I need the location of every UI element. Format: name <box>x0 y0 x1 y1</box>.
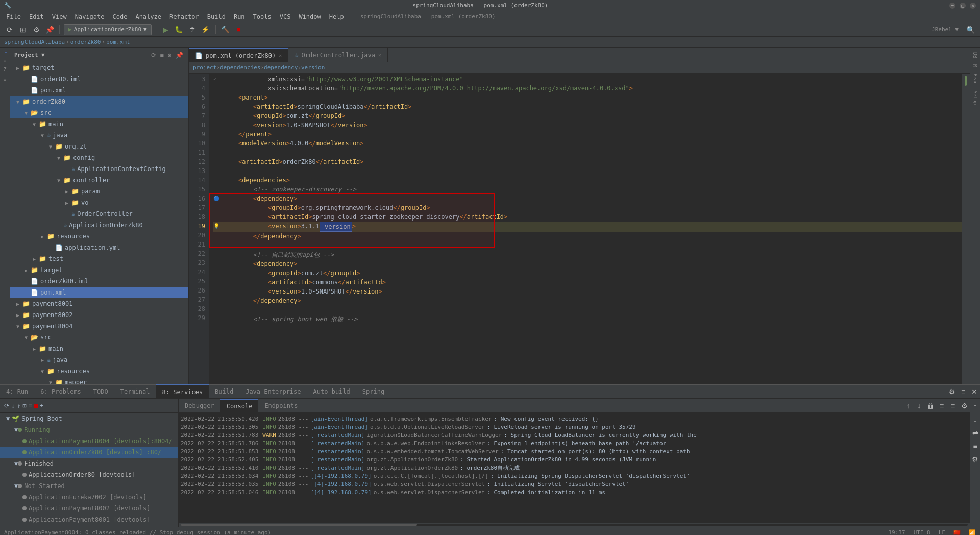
bottom-tab-build[interactable]: Build <box>209 384 239 399</box>
console-down-btn[interactable]: ↓ <box>914 400 925 411</box>
tab-ordercontroller[interactable]: ☕ OrderController.java ✕ <box>288 48 388 62</box>
console-tab-console[interactable]: Console <box>220 399 259 413</box>
structure-button[interactable]: ⊞ <box>17 24 29 35</box>
tree-item-config[interactable]: ▼ 📁 config <box>10 152 188 163</box>
tab-close-button[interactable]: ✕ <box>279 53 282 58</box>
menu-build[interactable]: Build <box>203 12 230 21</box>
console-tab-debugger[interactable]: Debugger <box>179 399 220 413</box>
sidebar-settings-icon[interactable]: ⚙ <box>167 51 173 60</box>
sidebar-sync-icon[interactable]: ⟳ <box>150 51 157 60</box>
tree-item-payment8004-src[interactable]: ▼ 📂 src <box>10 332 188 343</box>
console-action-wrap[interactable]: ⇌ <box>970 427 981 439</box>
menu-refactor[interactable]: Refactor <box>165 12 203 21</box>
tree-item-pomxml1[interactable]: 📄 pom.xml <box>10 85 188 96</box>
tree-item-vo[interactable]: ▶ 📁 vo <box>10 197 188 208</box>
bottom-options-button[interactable]: ≡ <box>958 386 969 397</box>
service-item-orderzk80[interactable]: ApplicationOrderZk80 [devtools] :80/ <box>0 447 178 458</box>
tree-item-main[interactable]: ▼ 📁 main <box>10 118 188 130</box>
bottom-tab-terminal[interactable]: Terminal <box>114 384 156 399</box>
services-add-icon[interactable]: + <box>40 402 43 409</box>
services-group-icon[interactable]: ⊞ <box>22 402 26 409</box>
console-action-filter[interactable]: ≡ <box>970 441 981 452</box>
bottom-tab-spring[interactable]: Spring <box>356 384 390 399</box>
tree-item-src[interactable]: ▼ 📂 src <box>10 107 188 118</box>
menu-tools[interactable]: Tools <box>249 12 276 21</box>
bean-validation-icon[interactable]: Bean <box>972 71 979 87</box>
console-up-btn[interactable]: ↑ <box>902 400 914 411</box>
maven-icon[interactable]: M <box>971 62 979 69</box>
console-settings-btn[interactable]: ⚙ <box>959 400 970 411</box>
service-group-notstarted[interactable]: ▼ Not Started <box>0 480 178 492</box>
menu-view[interactable]: View <box>48 12 71 21</box>
bottom-close-button[interactable]: ✕ <box>969 386 980 397</box>
project-icon[interactable]: P <box>2 50 8 53</box>
tree-item-param[interactable]: ▶ 📁 param <box>10 186 188 197</box>
zookeeper-icon[interactable]: Z <box>3 67 6 72</box>
service-item-payment8002[interactable]: ApplicationPayment8002 [devtools] <box>0 503 178 514</box>
maximize-button[interactable]: □ <box>960 3 966 9</box>
database-icon[interactable]: DB <box>971 50 979 60</box>
tree-item-payment8001[interactable]: ▶ 📁 payment8001 <box>10 298 188 309</box>
tree-item-target1[interactable]: ▶ 📁 target <box>10 62 188 74</box>
console-tab-endpoints[interactable]: Endpoints <box>258 399 304 413</box>
tree-item-ordercontroller[interactable]: ☕ OrderController <box>10 208 188 220</box>
build-button[interactable]: 🔨 <box>220 24 231 35</box>
tree-item-pomxml-active[interactable]: 📄 pom.xml <box>10 287 188 298</box>
services-stop-icon[interactable]: ■ <box>34 402 38 409</box>
sidebar-pin-icon[interactable]: 📌 <box>175 51 184 60</box>
bookmark-icon[interactable]: ☆ <box>3 57 6 63</box>
coverage-button[interactable]: ☂ <box>187 24 198 35</box>
tree-item-order80iml[interactable]: 📄 order80.iml <box>10 74 188 85</box>
tree-item-apporderzk80[interactable]: ☕ ApplicationOrderZk80 <box>10 220 188 231</box>
tree-item-test[interactable]: ▶ 📁 test <box>10 253 188 264</box>
menu-analyze[interactable]: Analyze <box>131 12 165 21</box>
console-output[interactable]: 2022-02-22 21:58:50.420 INFO 26108 --- [… <box>179 413 970 523</box>
favorites-icon[interactable]: ★ <box>3 77 6 82</box>
service-group-springboot[interactable]: ▼ 🌱 Spring Boot <box>0 413 178 424</box>
service-item-eureka7002[interactable]: ApplicationEureka7002 [devtools] <box>0 492 178 503</box>
run-config-selector[interactable]: ▶ ApplicationOrderZk80 ▼ <box>64 24 152 35</box>
console-action-gear[interactable]: ⚙ <box>970 454 981 465</box>
menu-vcs[interactable]: VCS <box>276 12 295 21</box>
tree-item-payment8004-main[interactable]: ▶ 📁 main <box>10 343 188 354</box>
services-refresh-icon[interactable]: ⟳ <box>4 402 9 409</box>
bottom-settings-button[interactable]: ⚙ <box>946 386 958 397</box>
console-scroll-btn[interactable]: ≡ <box>936 400 947 411</box>
tree-item-target2[interactable]: ▶ 📁 target <box>10 264 188 276</box>
tree-item-orgzt[interactable]: ▼ 📁 org.zt <box>10 141 188 152</box>
run-button[interactable]: ▶ <box>160 24 172 35</box>
menu-help[interactable]: Help <box>325 12 348 21</box>
sidebar-filter-icon[interactable]: ≡ <box>159 51 165 60</box>
tree-item-payment8004-resources[interactable]: ▼ 📁 resources <box>10 366 188 377</box>
menu-navigate[interactable]: Navigate <box>71 12 109 21</box>
console-action-down[interactable]: ↓ <box>970 414 981 425</box>
pin-button[interactable]: 📌 <box>44 24 55 35</box>
service-group-finished[interactable]: ▼ Finished <box>0 458 178 469</box>
bottom-tab-problems[interactable]: 6: Problems <box>34 384 87 399</box>
console-filter-btn[interactable]: ≡ <box>947 400 959 411</box>
tab-pomxml[interactable]: 📄 pom.xml (orderZk80) ✕ <box>189 48 288 62</box>
tree-item-orderzk80iml[interactable]: 📄 orderZk80.iml <box>10 276 188 287</box>
close-button[interactable]: ✕ <box>970 3 976 9</box>
service-item-payment8004[interactable]: ApplicationPayment8004 [devtools]:8004/ <box>0 435 178 447</box>
service-group-running[interactable]: ▼ Running <box>0 424 178 435</box>
tree-item-payment8004[interactable]: ▼ 📁 payment8004 <box>10 321 188 332</box>
bottom-tab-todo[interactable]: TODO <box>87 384 114 399</box>
tree-item-controller[interactable]: ▼ 📁 controller <box>10 175 188 186</box>
setup-guide-icon[interactable]: Setup <box>972 89 979 107</box>
console-clear-btn[interactable]: 🗑 <box>925 400 936 411</box>
services-filter-icon[interactable]: ≡ <box>29 402 32 409</box>
service-item-order80[interactable]: ApplicationOrder80 [devtools] <box>0 469 178 480</box>
tree-item-resources[interactable]: ▶ 📁 resources <box>10 231 188 242</box>
tree-item-mapper[interactable]: ▼ 📁 mapper <box>10 377 188 384</box>
services-up-icon[interactable]: ↑ <box>17 402 20 409</box>
bottom-tab-auto-build[interactable]: Auto-build <box>307 384 356 399</box>
tree-item-java[interactable]: ▼ ☕ java <box>10 130 188 141</box>
sync-button[interactable]: ⟳ <box>4 24 15 35</box>
tree-item-payment8004-java[interactable]: ▶ ☕ java <box>10 354 188 366</box>
console-action-up[interactable]: ↑ <box>970 401 981 412</box>
stop-button[interactable]: ■ <box>233 24 244 35</box>
bottom-tab-run[interactable]: 4: Run <box>0 384 34 399</box>
search-everywhere[interactable]: 🔍 <box>965 24 976 35</box>
tree-item-appyml[interactable]: 📄 application.yml <box>10 242 188 253</box>
